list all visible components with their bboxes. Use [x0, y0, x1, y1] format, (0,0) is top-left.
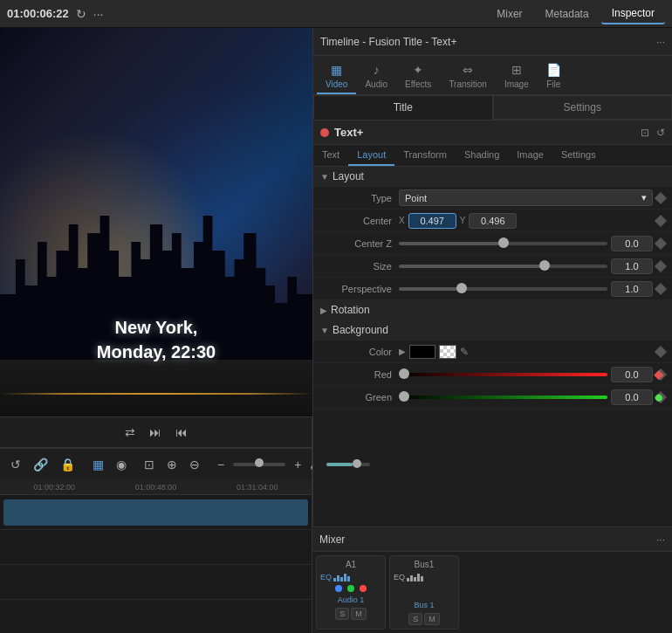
inspector-panel: Timeline - Fusion Title - Text+ ··· ▦ Vi… [312, 28, 672, 526]
tab-metadata[interactable]: Metadata [535, 4, 600, 24]
size-slider[interactable] [399, 265, 607, 268]
timecode-refresh-btn[interactable]: ↻ [76, 7, 86, 21]
dropdown-arrow: ▾ [641, 192, 647, 203]
a1-m-btn[interactable]: M [351, 608, 367, 620]
inspector-more-btn[interactable]: ··· [656, 36, 665, 48]
center-y-input[interactable] [469, 213, 517, 229]
color-keyframe[interactable] [655, 345, 667, 357]
zoom-in-btn[interactable]: ⊕ [163, 456, 181, 473]
center-z-keyframe[interactable] [655, 237, 667, 249]
color-swatch-black[interactable] [409, 345, 435, 359]
insp-tab-transition[interactable]: ⇔ Transition [440, 59, 496, 94]
color-expand-icon[interactable]: ▶ [399, 347, 406, 356]
sub-tab-settings[interactable]: Settings [552, 145, 605, 166]
lock-btn[interactable]: 🔒 [57, 456, 79, 473]
insp-tab-effects[interactable]: ✦ Effects [396, 59, 440, 94]
tab-inspector[interactable]: Inspector [601, 3, 665, 24]
link-btn[interactable]: 🔗 [30, 456, 51, 473]
mixer-channel-bus1: Bus1 EQ Bus 1 S [389, 555, 459, 630]
minus-btn[interactable]: − [214, 456, 228, 473]
color-row: Color ▶ ✎ [313, 341, 672, 363]
sec-tab-settings[interactable]: Settings [493, 95, 673, 120]
select-btn[interactable]: ▦ [89, 456, 107, 473]
insp-tab-file[interactable]: 📄 File [538, 59, 570, 94]
fx-reset-btn[interactable]: ⊡ [641, 127, 649, 139]
bus1-s-btn[interactable]: S [408, 613, 422, 625]
insp-tab-video[interactable]: ▦ Video [317, 59, 356, 94]
eq-bar-1 [333, 578, 336, 581]
bus-eq-bar-2 [410, 575, 413, 581]
vol-slider[interactable] [326, 463, 370, 466]
type-select[interactable]: Point ▾ [399, 189, 653, 206]
red-slider[interactable] [399, 373, 607, 376]
layout-section-header[interactable]: ▼ Layout [313, 167, 672, 187]
green-slider[interactable] [399, 396, 607, 399]
road-line [0, 393, 312, 395]
a1-s-btn[interactable]: S [335, 608, 349, 620]
eq-bar-3 [340, 577, 343, 581]
dot-blue[interactable] [335, 585, 342, 592]
channel-controls-a1: S M [320, 608, 381, 620]
red-input[interactable] [611, 367, 653, 382]
rotation-section-header[interactable]: ▶ Rotation [313, 300, 672, 320]
type-keyframe[interactable] [655, 191, 667, 203]
track-clip-1[interactable] [3, 499, 308, 526]
top-bar-left: 01:00:06:22 ↻ ··· [7, 7, 104, 21]
toolbar: ↺ 🔗 🔒 ▦ ◉ ⊡ ⊕ ⊖ − + 🔊 [0, 448, 312, 479]
eq-label-a1[interactable]: EQ [320, 573, 332, 581]
sub-tab-shading[interactable]: Shading [456, 145, 508, 166]
background-section-header[interactable]: ▼ Background [313, 320, 672, 341]
red-dot [654, 370, 663, 380]
timecode: 01:00:06:22 [7, 7, 69, 20]
insp-tab-audio[interactable]: ♪ Audio [356, 59, 396, 94]
dot-red[interactable] [360, 585, 367, 592]
red-keyframe[interactable] [655, 368, 667, 380]
undo-btn[interactable]: ↺ [7, 456, 24, 473]
eq-bar-5 [347, 576, 350, 581]
loop-btn[interactable]: ⇄ [125, 425, 135, 439]
size-keyframe[interactable] [655, 259, 667, 272]
timeline-tracks[interactable] [0, 495, 312, 633]
inspector-title: Timeline - Fusion Title - Text+ [320, 36, 456, 48]
bus1-m-btn[interactable]: M [424, 613, 440, 625]
perspective-slider[interactable] [399, 287, 607, 291]
tab-mixer[interactable]: Mixer [486, 4, 532, 24]
center-x-input[interactable] [408, 213, 456, 229]
center-xy: X Y [399, 213, 653, 229]
plus-btn[interactable]: + [291, 456, 305, 473]
insp-tab-image[interactable]: ⊞ Image [496, 59, 538, 94]
zoom-slider[interactable] [233, 463, 285, 466]
mixer-more-btn[interactable]: ··· [656, 533, 665, 546]
next-frame-btn[interactable]: ⏭ [149, 425, 161, 439]
sub-tab-transform[interactable]: Transform [394, 145, 456, 166]
sub-tab-layout[interactable]: Layout [348, 145, 394, 166]
red-controls [399, 367, 653, 382]
select2-btn[interactable]: ◉ [113, 456, 130, 473]
center-keyframe[interactable] [655, 214, 667, 226]
eq-label-bus1[interactable]: EQ [394, 573, 405, 581]
green-keyframe[interactable] [655, 390, 667, 403]
track-row-2 [0, 530, 312, 565]
perspective-keyframe[interactable] [655, 282, 667, 294]
zoom-out-btn[interactable]: ⊖ [186, 456, 203, 473]
mixer-channel-a1: A1 EQ [316, 555, 386, 630]
sub-tab-image[interactable]: Image [508, 145, 552, 166]
perspective-input[interactable] [611, 281, 653, 297]
ruler-marks: 01:00:32:00 01:00:48:00 01:31:04:00 [3, 483, 308, 492]
fx-history-btn[interactable]: ↺ [656, 127, 665, 139]
color-swatch-alpha[interactable] [439, 345, 456, 359]
type-label: Type [320, 193, 399, 203]
prev-frame-btn[interactable]: ⏮ [175, 425, 188, 439]
size-input[interactable] [611, 258, 653, 274]
fx-dot[interactable] [320, 128, 329, 137]
dot-green[interactable] [347, 585, 354, 592]
topbar-more-btn[interactable]: ··· [93, 7, 104, 21]
green-input[interactable] [611, 389, 653, 405]
center-z-input[interactable] [611, 236, 653, 251]
sub-tab-text[interactable]: Text [313, 145, 348, 166]
color-picker-icon[interactable]: ✎ [460, 346, 469, 358]
sec-tab-title[interactable]: Title [313, 95, 493, 120]
center-z-slider[interactable] [399, 242, 607, 245]
bus-eq-bar-4 [417, 574, 420, 581]
fit-btn[interactable]: ⊡ [141, 456, 158, 473]
